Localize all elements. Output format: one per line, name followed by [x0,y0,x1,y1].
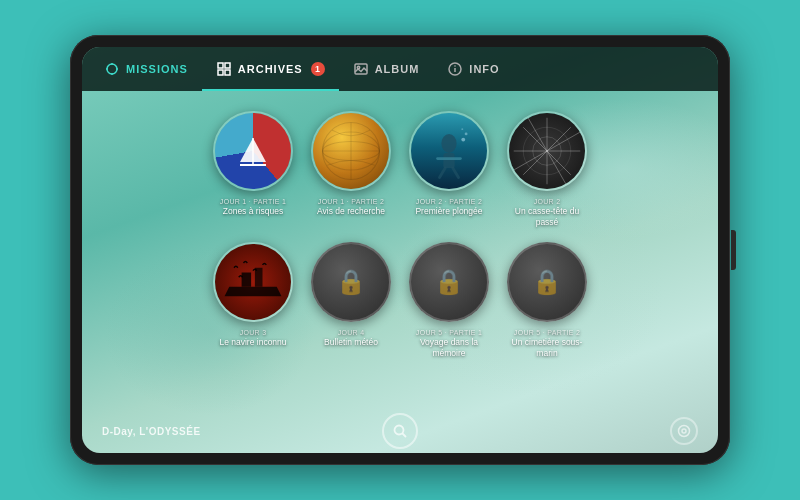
silhouette-svg [215,244,291,320]
mission-circle-m7: 🔒 [409,242,489,322]
lock-icon-m8: 🔒 [532,268,562,296]
svg-rect-8 [225,70,230,75]
svg-point-28 [465,132,468,135]
svg-line-25 [440,168,446,178]
svg-point-42 [679,426,690,437]
nav-item-missions[interactable]: MISSIONS [90,47,202,91]
album-label: ALBUM [375,63,420,75]
mission-circle-m1 [213,111,293,191]
archives-badge: 1 [311,62,325,76]
mission-item-m8[interactable]: 🔒 JOUR 5 · PARTIE 2 Un cimetière sous-ma… [507,242,587,359]
bottom-bar: D-Day, L'ODYSSÉE [82,409,718,453]
screen: MISSIONS ARCHIVES 1 [82,47,718,453]
grid-icon [216,61,232,77]
mission-m5-label: JOUR 3 Le navire inconnu [219,328,286,348]
svg-rect-6 [225,63,230,68]
globe-lines-svg [313,113,389,189]
settings-icon [677,424,691,438]
search-button[interactable] [382,413,418,449]
mission-m3-label: JOUR 2 · PARTIE 2 Première plongée [415,197,482,217]
mission-circle-m4 [507,111,587,191]
svg-line-41 [403,434,407,438]
settings-button[interactable] [670,417,698,445]
lock-icon-m7: 🔒 [434,268,464,296]
tablet-device: MISSIONS ARCHIVES 1 [70,35,730,465]
mission-item-m5[interactable]: JOUR 3 Le navire inconnu [213,242,293,359]
svg-point-43 [682,429,686,433]
mission-m8-label: JOUR 5 · PARTIE 2 Un cimetière sous-mari… [507,328,587,359]
mission-m6-label: JOUR 4 Bulletin météo [324,328,378,348]
svg-rect-5 [218,63,223,68]
info-label: INFO [469,63,499,75]
search-icon [392,423,408,439]
missions-row-1: JOUR 1 · PARTIE 1 Zones à risques [106,111,694,228]
crosshair-icon [104,61,120,77]
archives-label: ARCHIVES [238,63,303,75]
svg-point-22 [441,134,456,153]
nav-item-info[interactable]: INFO [433,47,513,91]
mission-circle-m5 [213,242,293,322]
svg-point-40 [395,426,404,435]
svg-rect-7 [218,70,223,75]
missions-label: MISSIONS [126,63,188,75]
svg-rect-23 [443,153,454,168]
mission-item-m1[interactable]: JOUR 1 · PARTIE 1 Zones à risques [213,111,293,228]
lock-icon-m6: 🔒 [336,268,366,296]
app-title: D-Day, L'ODYSSÉE [102,426,201,437]
mission-circle-m6: 🔒 [311,242,391,322]
mission-m1-label: JOUR 1 · PARTIE 1 Zones à risques [220,197,286,217]
missions-grid: JOUR 1 · PARTIE 1 Zones à risques [82,91,718,369]
mission-circle-m8: 🔒 [507,242,587,322]
svg-rect-38 [242,273,252,287]
mission-item-m4[interactable]: JOUR 2 Un casse-tête du passé [507,111,587,228]
info-icon [447,61,463,77]
mission-circle-m2 [311,111,391,191]
nav-item-archives[interactable]: ARCHIVES 1 [202,47,339,91]
svg-point-27 [461,138,465,142]
mission-item-m2[interactable]: JOUR 1 · PARTIE 2 Avis de recherche [311,111,391,228]
svg-line-26 [453,168,459,178]
svg-point-29 [461,128,463,130]
diver-svg [411,113,487,189]
mission-circle-m3 [409,111,489,191]
nav-bar: MISSIONS ARCHIVES 1 [82,47,718,91]
nav-item-album[interactable]: ALBUM [339,47,434,91]
image-icon [353,61,369,77]
mission-item-m3[interactable]: JOUR 2 · PARTIE 2 Première plongée [409,111,489,228]
mission-m7-label: JOUR 5 · PARTIE 1 Voyage dans la mémoire [409,328,489,359]
mission-item-m6[interactable]: 🔒 JOUR 4 Bulletin météo [311,242,391,359]
crack-svg [509,113,585,189]
mission-m4-label: JOUR 2 Un casse-tête du passé [507,197,587,228]
svg-point-13 [455,65,457,67]
mission-m2-label: JOUR 1 · PARTIE 2 Avis de recherche [317,197,385,217]
mission-item-m7[interactable]: 🔒 JOUR 5 · PARTIE 1 Voyage dans la mémoi… [409,242,489,359]
sailboat-svg [234,132,272,170]
missions-row-2: JOUR 3 Le navire inconnu 🔒 JOUR 4 Bullet… [106,242,694,359]
svg-point-0 [107,64,117,74]
